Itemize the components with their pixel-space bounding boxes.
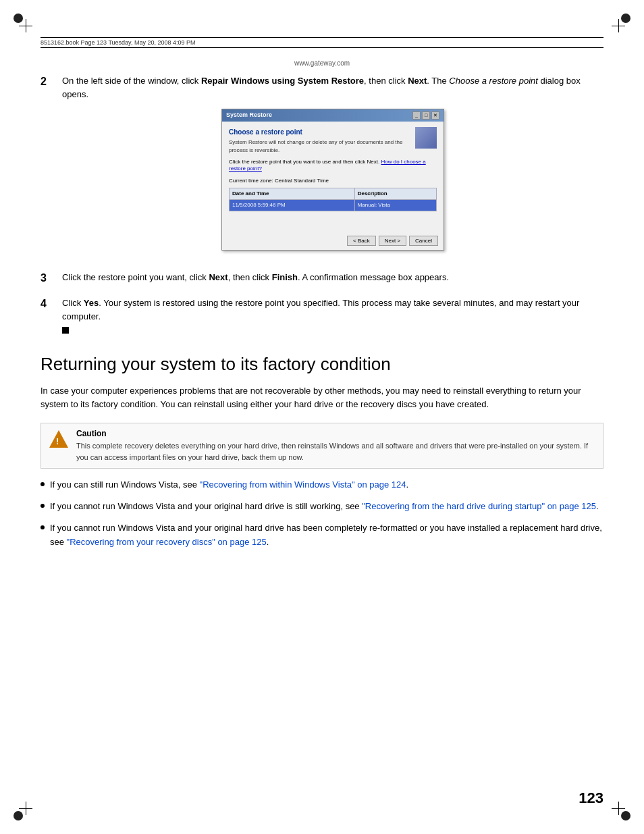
deco-circle-tr bbox=[621, 14, 630, 23]
step-3-text-before: Click the restore point you want, click bbox=[62, 272, 209, 282]
dialog-maximize-btn[interactable]: □ bbox=[422, 111, 430, 120]
dialog-table-header-desc: Description bbox=[354, 188, 436, 199]
dialog-table: Date and Time Description 11/5/2008 5:59… bbox=[229, 188, 437, 211]
section-heading: Returning your system to its factory con… bbox=[41, 354, 603, 375]
dialog-title-text: System Restore bbox=[226, 111, 272, 120]
bullet-item-3: If you cannot run Windows Vista and your… bbox=[41, 521, 603, 548]
dialog-icon-img bbox=[415, 127, 437, 149]
caution-triangle-wrapper: ! bbox=[49, 430, 68, 448]
caution-icon-wrapper: ! bbox=[49, 429, 70, 448]
step-3-text: Click the restore point you want, click … bbox=[62, 271, 603, 284]
header-bar: 8513162.book Page 123 Tuesday, May 20, 2… bbox=[41, 37, 603, 48]
step-4-number: 4 bbox=[41, 296, 62, 338]
caution-text: This complete recovery deletes everythin… bbox=[76, 440, 595, 463]
section-intro: In case your computer experiences proble… bbox=[41, 384, 603, 413]
page-number: 123 bbox=[579, 789, 603, 807]
bullet-3-link[interactable]: "Recovering from your recovery discs" on… bbox=[67, 537, 267, 547]
step-2-bold2: Next bbox=[408, 76, 427, 86]
step-4-text-end: . Your system is restored using the rest… bbox=[62, 298, 579, 321]
step-2-block: 2 On the left side of the window, click … bbox=[41, 74, 603, 259]
dialog-table-cell-date[interactable]: 11/5/2008 5:59:46 PM bbox=[230, 199, 355, 211]
dialog-icon-row: Choose a restore point System Restore wi… bbox=[229, 127, 437, 159]
bullet-text-2: If you cannot run Windows Vista and your… bbox=[50, 500, 599, 513]
dialog-screenshot: System Restore _ □ ✕ Choose a restore po… bbox=[221, 109, 444, 251]
dialog-title-buttons: _ □ ✕ bbox=[412, 111, 439, 120]
deco-circle-tl bbox=[14, 14, 23, 23]
website-url: www.gateway.com bbox=[0, 59, 644, 67]
bullet-text-3: If you cannot run Windows Vista and your… bbox=[50, 521, 603, 548]
step-4-text-before: Click bbox=[62, 298, 84, 308]
dialog-close-btn[interactable]: ✕ bbox=[431, 111, 439, 120]
bullet-list: If you can still run Windows Vista, see … bbox=[41, 478, 603, 549]
step-3-block: 3 Click the restore point you want, clic… bbox=[41, 271, 603, 284]
bullet-2-after: . bbox=[596, 501, 599, 511]
step-2-bold1: Repair Windows using System Restore bbox=[201, 76, 364, 86]
bullet-dot-2 bbox=[41, 504, 45, 508]
deco-circle-br bbox=[621, 811, 630, 820]
bullet-item-2: If you cannot run Windows Vista and your… bbox=[41, 500, 603, 513]
bullet-item-1: If you can still run Windows Vista, see … bbox=[41, 478, 603, 492]
deco-circle-bl bbox=[14, 811, 23, 820]
caution-content: Caution This complete recovery deletes e… bbox=[76, 429, 595, 463]
step-2-text-before: On the left side of the window, click bbox=[62, 76, 201, 86]
dialog-instruction-text: Click the restore point that you want to… bbox=[229, 159, 381, 165]
bullet-dot-1 bbox=[41, 482, 45, 486]
dialog-table-cell-desc[interactable]: Manual: Vista bbox=[354, 199, 436, 211]
dialog-back-btn[interactable]: < Back bbox=[347, 236, 376, 246]
dialog-instruction: Click the restore point that you want to… bbox=[229, 159, 437, 173]
dialog-subtitle: System Restore will not change or delete… bbox=[229, 138, 410, 155]
step-2-text: On the left side of the window, click Re… bbox=[62, 74, 603, 259]
step-2-text-after: , then click bbox=[364, 76, 408, 86]
bullet-3-after: . bbox=[267, 537, 269, 547]
bullet-1-link[interactable]: "Recovering from within Windows Vista" o… bbox=[200, 479, 406, 490]
main-content: 2 On the left side of the window, click … bbox=[41, 74, 603, 793]
step-2-number: 2 bbox=[41, 74, 62, 259]
step-4-text: Click Yes. Your system is restored using… bbox=[62, 296, 603, 338]
dialog-minimize-btn[interactable]: _ bbox=[412, 111, 421, 120]
step-3-bold1: Next bbox=[209, 272, 227, 282]
dialog-footer: < Back Next > Cancel bbox=[347, 236, 438, 246]
dialog-timezone: Current time zone: Central Standard Time bbox=[229, 177, 437, 185]
bullet-1-after: . bbox=[406, 479, 409, 490]
caution-box: ! Caution This complete recovery deletes… bbox=[41, 423, 603, 469]
dialog-cancel-btn[interactable]: Cancel bbox=[409, 236, 438, 246]
caution-label: Caution bbox=[76, 429, 595, 438]
bullet-2-link[interactable]: "Recovering from the hard drive during s… bbox=[362, 501, 596, 511]
book-info: 8513162.book Page 123 Tuesday, May 20, 2… bbox=[41, 39, 196, 46]
step-3-number: 3 bbox=[41, 271, 62, 284]
step-3-text-end: . A confirmation message box appears. bbox=[298, 272, 449, 282]
dialog-title-bar: System Restore _ □ ✕ bbox=[222, 109, 444, 122]
dialog-heading: Choose a restore point bbox=[229, 127, 410, 137]
dialog-content-left: Choose a restore point System Restore wi… bbox=[229, 127, 410, 159]
dialog-next-btn[interactable]: Next > bbox=[379, 236, 406, 246]
step-4-bold1: Yes bbox=[84, 298, 99, 308]
step-3-bold2: Finish bbox=[272, 272, 298, 282]
dialog-body: Choose a restore point System Restore wi… bbox=[222, 122, 444, 250]
end-mark bbox=[62, 327, 69, 334]
step-3-text-mid: , then click bbox=[228, 272, 272, 282]
bullet-dot-3 bbox=[41, 525, 45, 529]
step-4-block: 4 Click Yes. Your system is restored usi… bbox=[41, 296, 603, 338]
caution-exclamation: ! bbox=[56, 436, 59, 446]
bullet-2-before: If you cannot run Windows Vista and your… bbox=[50, 501, 362, 511]
dialog-table-header-date: Date and Time bbox=[230, 188, 355, 199]
bullet-1-before: If you can still run Windows Vista, see bbox=[50, 479, 200, 490]
bullet-text-1: If you can still run Windows Vista, see … bbox=[50, 478, 408, 492]
